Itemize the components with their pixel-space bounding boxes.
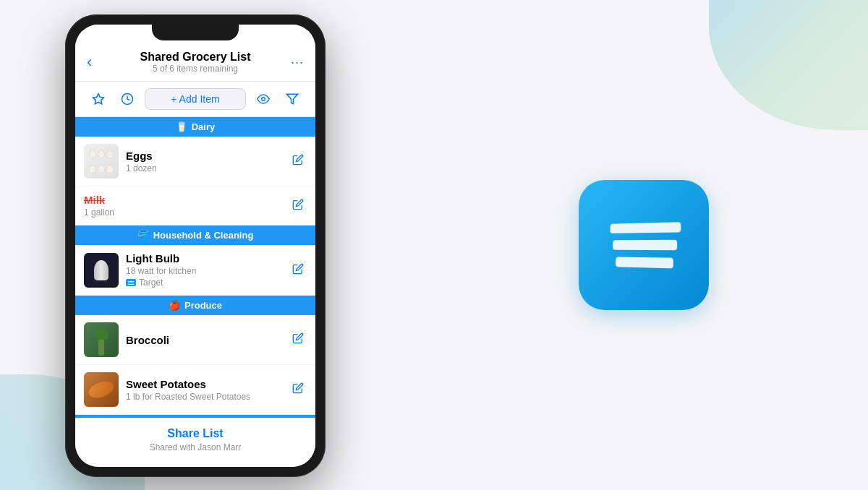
eye-button[interactable] [252,87,275,111]
milk-name: Milk [84,194,282,206]
lightbulb-name: Light Bulb [126,252,282,265]
svg-marker-3 [287,94,298,104]
broccoli-thumbnail [84,322,119,357]
category-household: 🪣 Household & Cleaning [75,225,315,245]
sweetpotato-info: Sweet Potatoes 1 lb for Roasted Sweet Po… [126,378,282,402]
dairy-icon: 🥛 [176,121,187,132]
target-store-icon [126,279,136,286]
list-item: Sweet Potatoes 1 lb for Roasted Sweet Po… [75,365,315,415]
produce-label: Produce [184,300,222,311]
phone-screen: ‹ Shared Grocery List 5 of 6 items remai… [75,25,315,467]
header-subtitle: 5 of 6 items remaining [109,64,282,74]
lightbulb-detail: 18 watt for kitchen [126,266,282,276]
logo-icon [609,222,681,269]
eggs-edit-button[interactable] [289,151,307,171]
back-button[interactable]: ‹ [87,53,109,72]
produce-icon: 🍎 [169,300,180,311]
sweetpotato-detail: 1 lb for Roasted Sweet Potatoes [126,392,282,402]
bulb-shape [94,260,109,280]
list-item: Milk 1 gallon [75,186,315,225]
broccoli-edit-button[interactable] [289,330,307,350]
app-logo [579,180,709,310]
svg-marker-0 [93,94,104,104]
broccoli-info: Broccoli [126,334,282,346]
sweetpotato-thumbnail [84,372,119,407]
favorites-button[interactable] [87,87,110,111]
history-button[interactable] [116,87,139,111]
shared-with-label: Shared with Jason Marr [150,442,242,452]
app-logo-wrapper [579,180,709,310]
logo-line-1 [610,222,681,233]
category-dairy: 🥛 Dairy [75,117,315,137]
milk-edit-button[interactable] [289,196,307,216]
list-item: Eggs 1 dozen [75,137,315,186]
eggs-thumbnail [84,144,119,179]
category-produce: 🍎 Produce [75,296,315,315]
svg-point-2 [262,98,265,101]
household-label: Household & Cleaning [153,230,254,241]
more-button[interactable]: ··· [282,55,304,70]
eggs-name: Eggs [126,150,282,162]
toolbar: + Add Item [75,82,315,117]
list-item: Light Bulb 18 watt for kitchen Target [75,245,315,296]
dairy-label: Dairy [192,121,216,132]
logo-line-2 [613,240,677,251]
screen-content: ‹ Shared Grocery List 5 of 6 items remai… [75,25,315,467]
bg-blob-tr [709,0,868,130]
header-center: Shared Grocery List 5 of 6 items remaini… [109,51,282,74]
lightbulb-thumbnail [84,253,119,288]
list-scroll: 🥛 Dairy Eg [75,117,315,418]
phone-frame: ‹ Shared Grocery List 5 of 6 items remai… [65,14,326,477]
household-icon: 🪣 [137,230,149,241]
app-footer: Share List Shared with Jason Marr [75,418,315,467]
milk-info: Milk 1 gallon [84,194,282,218]
phone-wrapper: ‹ Shared Grocery List 5 of 6 items remai… [65,14,326,477]
sweetpotato-edit-button[interactable] [289,379,307,400]
milk-detail: 1 gallon [84,207,282,218]
lightbulb-store: Target [126,278,282,288]
lightbulb-info: Light Bulb 18 watt for kitchen Target [126,252,282,288]
list-item: Broccoli [75,315,315,365]
sweetpotato-name: Sweet Potatoes [126,378,282,390]
broccoli-name: Broccoli [126,334,282,346]
share-list-button[interactable]: Share List [167,427,223,440]
phone-notch [152,25,239,40]
target-store-name: Target [139,278,163,288]
lightbulb-edit-button[interactable] [289,260,307,280]
eggs-info: Eggs 1 dozen [126,150,282,173]
filter-button[interactable] [281,87,304,111]
header-title: Shared Grocery List [109,51,282,64]
eggs-detail: 1 dozen [126,163,282,173]
logo-line-3 [616,257,673,268]
add-item-button[interactable]: + Add Item [145,88,246,110]
